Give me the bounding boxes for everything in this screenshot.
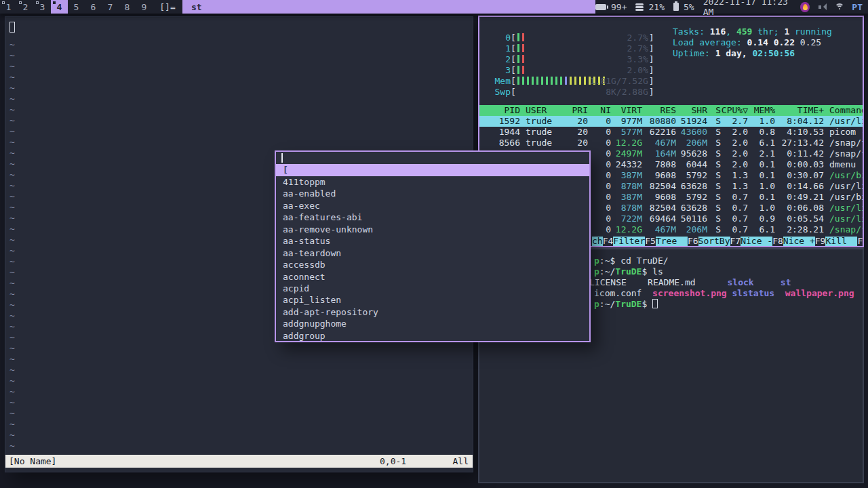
dmenu-item[interactable]: aa-remove-unknown	[276, 224, 589, 235]
fn-label[interactable]: Filter	[613, 237, 645, 246]
dmenu-item[interactable]: aa-teardown	[276, 247, 589, 259]
fn-key[interactable]: F4	[603, 237, 614, 246]
workspace-tag-3[interactable]: 3	[34, 0, 51, 14]
fn-label[interactable]: Nice -	[741, 237, 772, 246]
cell: /snap/fir	[824, 148, 863, 159]
dmenu-item[interactable]: accessdb	[276, 259, 589, 270]
meter-tick	[551, 77, 553, 85]
summary-span: running	[789, 26, 832, 37]
terminal-span: $	[642, 299, 652, 309]
cell: 0:30.07	[775, 170, 824, 181]
fn-key[interactable]: F1	[857, 237, 863, 246]
dmenu-item[interactable]: aconnect	[276, 271, 589, 283]
workspace-tag-8[interactable]: 8	[119, 0, 136, 14]
fn-key[interactable]: F8	[772, 237, 783, 246]
cell: 2.1	[748, 148, 775, 159]
tilde-marker: ~	[9, 321, 15, 332]
process-row[interactable]: 1592trude200977M8088051924S2.71.08:04.12…	[479, 116, 863, 127]
meter-value: 8K/2.88G	[606, 87, 648, 97]
dmenu-item[interactable]: acpid	[276, 283, 589, 294]
table-header-row[interactable]: PIDUSERPRINIVIRTRESSHRSCPU%▽MEM%TIME+Com…	[479, 105, 863, 116]
tilde-marker: ~	[9, 332, 15, 343]
bracket: ]	[649, 43, 654, 54]
process-row[interactable]: 8566trude20012.2G467M206MS2.06.127:13.42…	[479, 138, 863, 148]
dmenu-item[interactable]: aa-status	[276, 235, 589, 247]
cell: 0.7	[721, 214, 748, 224]
dmenu-item[interactable]: add-apt-repository	[276, 306, 589, 318]
fn-label[interactable]: Tree	[656, 237, 688, 246]
workspace-tag-2[interactable]: 2	[17, 0, 34, 14]
workspace-tag-6[interactable]: 6	[85, 0, 102, 14]
cell: /usr/libe	[824, 181, 863, 192]
fire-icon[interactable]	[800, 2, 809, 12]
fn-label[interactable]: SortBy	[698, 237, 730, 246]
tilde-marker: ~	[9, 430, 15, 441]
bracket: ]	[649, 33, 654, 43]
cell: /usr/bin/	[824, 192, 863, 203]
meter-tick	[565, 77, 567, 85]
workspace-tag-4[interactable]: 4	[51, 0, 68, 14]
scroll-indicator: All	[453, 456, 469, 466]
tilde-marker: ~	[9, 386, 15, 397]
cell: 2.0	[721, 159, 748, 170]
fn-key[interactable]: F7	[730, 237, 741, 246]
cell: S	[707, 170, 721, 181]
cell: 12.2G	[611, 138, 642, 148]
terminal-span: TruDE	[615, 266, 642, 277]
cell: 5792	[676, 192, 707, 203]
dmenu-item[interactable]: addgroup	[276, 330, 589, 342]
meter-tick	[579, 77, 581, 85]
tilde-marker: ~	[9, 375, 15, 386]
battery2-level: 5%	[684, 2, 694, 12]
wifi-icon[interactable]	[835, 3, 843, 11]
cell: dmenu	[824, 159, 863, 170]
fn-label[interactable]: Nice +	[783, 237, 815, 246]
fn-key[interactable]: F5	[645, 237, 656, 246]
workspace-tag-9[interactable]: 9	[136, 0, 153, 14]
tilde-marker: ~	[9, 191, 15, 202]
dmenu-item[interactable]: aa-features-abi	[276, 211, 589, 223]
cell: 0	[588, 203, 611, 214]
meter-bar: 2.0%	[516, 65, 649, 75]
editor-cursor	[9, 22, 15, 33]
dmenu-item[interactable]: aa-enabled	[276, 188, 589, 199]
cpu-meter-0: 0[2.7%]	[481, 32, 654, 43]
workspace-tag-7[interactable]: 7	[102, 0, 119, 14]
dmenu-input[interactable]	[276, 152, 589, 164]
cell: 0:14.66	[775, 181, 824, 192]
cell: 0:06.08	[775, 203, 824, 214]
volume-muted-icon[interactable]	[818, 3, 826, 11]
dmenu-item[interactable]: acpi_listen	[276, 294, 589, 306]
meter-value: 2.7%	[627, 43, 648, 54]
workspace-tag-5[interactable]: 5	[68, 0, 85, 14]
text-caret	[281, 153, 283, 163]
terminal-span: st	[781, 277, 791, 287]
dmenu-item[interactable]: addgnupghome	[276, 318, 589, 329]
cell: /usr/libe	[824, 214, 863, 224]
cell: 2.7	[721, 116, 748, 127]
function-key-bar: chF4FilterF5Tree F6SortByF7Nice -F8Nice …	[592, 237, 863, 246]
fn-label[interactable]: ch	[592, 237, 603, 246]
terminal-span: :~$	[599, 256, 620, 266]
meter-tick	[522, 44, 524, 52]
dmenu-selected-item[interactable]: [	[276, 164, 589, 176]
layout-symbol[interactable]: []=	[153, 0, 182, 14]
cell: 63628	[676, 203, 707, 214]
dmenu-launcher[interactable]: [ 411toppmaa-enabledaa-execaa-features-a…	[275, 150, 591, 342]
dmenu-item[interactable]: aa-exec	[276, 200, 589, 211]
fn-key[interactable]: F9	[815, 237, 826, 246]
meter-tick	[517, 77, 519, 85]
meter-tick	[522, 77, 524, 85]
tilde-marker: ~	[9, 397, 15, 408]
cell: 387M	[611, 192, 642, 203]
fn-key[interactable]: F6	[688, 237, 698, 246]
cell: 0	[588, 138, 611, 148]
dmenu-item[interactable]: 411toppm	[276, 176, 589, 188]
cell: 0	[588, 148, 611, 159]
terminal-line: p:~$ cd TruDE/	[594, 256, 669, 266]
workspace-tag-1[interactable]: 1	[0, 0, 17, 14]
fn-label[interactable]: Kill	[825, 237, 857, 246]
process-row[interactable]: 1944trude200577M6221643600S2.00.84:10.53…	[479, 127, 863, 138]
keyboard-layout-indicator[interactable]: PT	[852, 2, 863, 12]
terminal-cursor	[652, 299, 658, 308]
